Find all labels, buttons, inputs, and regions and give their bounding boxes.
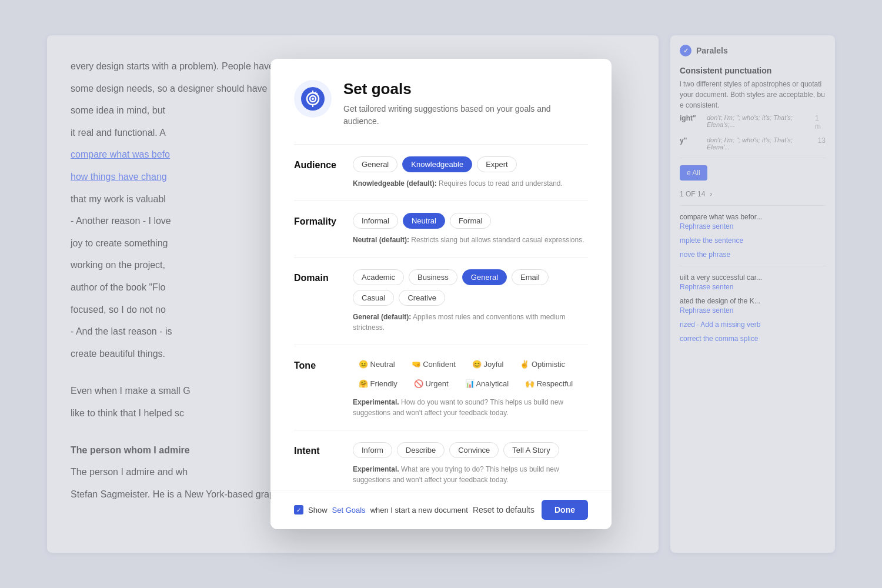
modal-icon-wrap bbox=[294, 80, 332, 118]
tone-pill-confident[interactable]: 🤜 Confident bbox=[406, 357, 462, 372]
intent-experimental-tag: Experimental. bbox=[353, 465, 399, 473]
audience-pill-group: General Knowledgeable Expert bbox=[353, 156, 588, 172]
domain-pill-academic[interactable]: Academic bbox=[353, 269, 404, 285]
intent-pill-describe[interactable]: Describe bbox=[397, 442, 445, 458]
tone-section: Tone 😐 Neutral 🤜 Confident 😊 Joyful ✌️ O… bbox=[294, 345, 588, 430]
audience-desc: Knowledgeable (default): Requires focus … bbox=[353, 178, 588, 189]
done-button[interactable]: Done bbox=[542, 500, 588, 520]
domain-label: Domain bbox=[294, 269, 353, 283]
footer-when-text: when I start a new document bbox=[370, 506, 468, 514]
formality-pill-informal[interactable]: Informal bbox=[353, 213, 398, 229]
modal-header: Set goals Get tailored writing suggestio… bbox=[294, 80, 588, 128]
audience-desc-label: Knowledgeable (default): bbox=[353, 179, 437, 188]
domain-section: Domain Academic Business General Email C… bbox=[294, 257, 588, 345]
modal-subtitle: Get tailored writing suggestions based o… bbox=[343, 103, 588, 128]
footer-right: Reset to defaults Done bbox=[473, 500, 588, 520]
footer-left: ✓ Show Set Goals when I start a new docu… bbox=[294, 505, 468, 514]
audience-label: Audience bbox=[294, 156, 353, 171]
domain-pill-casual[interactable]: Casual bbox=[353, 290, 394, 306]
intent-section: Intent Inform Describe Convince Tell A S… bbox=[294, 430, 588, 490]
intent-pill-convince[interactable]: Convince bbox=[449, 442, 499, 458]
reset-defaults-button[interactable]: Reset to defaults bbox=[473, 505, 534, 514]
tone-pill-group: 😐 Neutral 🤜 Confident 😊 Joyful ✌️ Optimi… bbox=[353, 357, 588, 391]
domain-desc-label: General (default): bbox=[353, 313, 411, 321]
formality-desc-label: Neutral (default): bbox=[353, 236, 409, 244]
formality-desc-text: Restricts slang but allows standard casu… bbox=[411, 236, 584, 244]
formality-section: Formality Informal Neutral Formal Neutra… bbox=[294, 201, 588, 257]
audience-pill-general[interactable]: General bbox=[353, 156, 397, 172]
tone-pill-analytical[interactable]: 📊 Analytical bbox=[459, 376, 515, 391]
target-icon bbox=[301, 87, 325, 111]
svg-point-2 bbox=[312, 98, 314, 100]
set-goals-link: Set Goals bbox=[332, 506, 366, 514]
modal-overlay: Set goals Get tailored writing suggestio… bbox=[0, 0, 882, 588]
intent-label: Intent bbox=[294, 442, 353, 456]
footer-show-label: Show bbox=[308, 506, 328, 514]
modal-title-block: Set goals Get tailored writing suggestio… bbox=[343, 80, 588, 128]
intent-content: Inform Describe Convince Tell A Story Ex… bbox=[353, 442, 588, 485]
formality-pill-formal[interactable]: Formal bbox=[450, 213, 491, 229]
formality-pill-group: Informal Neutral Formal bbox=[353, 213, 588, 229]
domain-pill-group: Academic Business General Email Casual C… bbox=[353, 269, 588, 306]
intent-desc: Experimental. What are you trying to do?… bbox=[353, 464, 588, 485]
audience-section: Audience General Knowledgeable Expert Kn… bbox=[294, 144, 588, 201]
tone-label: Tone bbox=[294, 357, 353, 371]
domain-content: Academic Business General Email Casual C… bbox=[353, 269, 588, 333]
domain-pill-business[interactable]: Business bbox=[409, 269, 457, 285]
tone-pill-respectful[interactable]: 🙌 Respectful bbox=[519, 376, 579, 391]
tone-pill-friendly[interactable]: 🤗 Friendly bbox=[353, 376, 403, 391]
audience-pill-knowledgeable[interactable]: Knowledgeable bbox=[402, 156, 472, 172]
modal-title: Set goals bbox=[343, 80, 588, 98]
domain-desc: General (default): Applies most rules an… bbox=[353, 312, 588, 333]
tone-content: 😐 Neutral 🤜 Confident 😊 Joyful ✌️ Optimi… bbox=[353, 357, 588, 418]
modal-footer: ✓ Show Set Goals when I start a new docu… bbox=[270, 490, 612, 529]
domain-pill-general[interactable]: General bbox=[462, 269, 507, 285]
domain-pill-creative[interactable]: Creative bbox=[399, 290, 445, 306]
tone-pill-optimistic[interactable]: ✌️ Optimistic bbox=[514, 357, 571, 372]
tone-pill-urgent[interactable]: 🚫 Urgent bbox=[408, 376, 455, 391]
audience-desc-text: Requires focus to read and understand. bbox=[439, 179, 563, 188]
tone-desc: Experimental. How do you want to sound? … bbox=[353, 397, 588, 418]
tone-pill-joyful[interactable]: 😊 Joyful bbox=[466, 357, 510, 372]
formality-content: Informal Neutral Formal Neutral (default… bbox=[353, 213, 588, 245]
formality-pill-neutral[interactable]: Neutral bbox=[403, 213, 445, 229]
intent-pill-group: Inform Describe Convince Tell A Story bbox=[353, 442, 588, 458]
formality-label: Formality bbox=[294, 213, 353, 227]
audience-content: General Knowledgeable Expert Knowledgeab… bbox=[353, 156, 588, 189]
tone-pill-neutral[interactable]: 😐 Neutral bbox=[353, 357, 401, 372]
show-goals-checkbox[interactable]: ✓ bbox=[294, 505, 303, 514]
intent-pill-inform[interactable]: Inform bbox=[353, 442, 392, 458]
set-goals-modal: Set goals Get tailored writing suggestio… bbox=[270, 59, 612, 529]
formality-desc: Neutral (default): Restricts slang but a… bbox=[353, 235, 588, 245]
tone-experimental-tag: Experimental. bbox=[353, 398, 399, 406]
domain-pill-email[interactable]: Email bbox=[512, 269, 549, 285]
intent-pill-tell-a-story[interactable]: Tell A Story bbox=[503, 442, 559, 458]
audience-pill-expert[interactable]: Expert bbox=[477, 156, 517, 172]
modal-body: Set goals Get tailored writing suggestio… bbox=[270, 59, 612, 490]
